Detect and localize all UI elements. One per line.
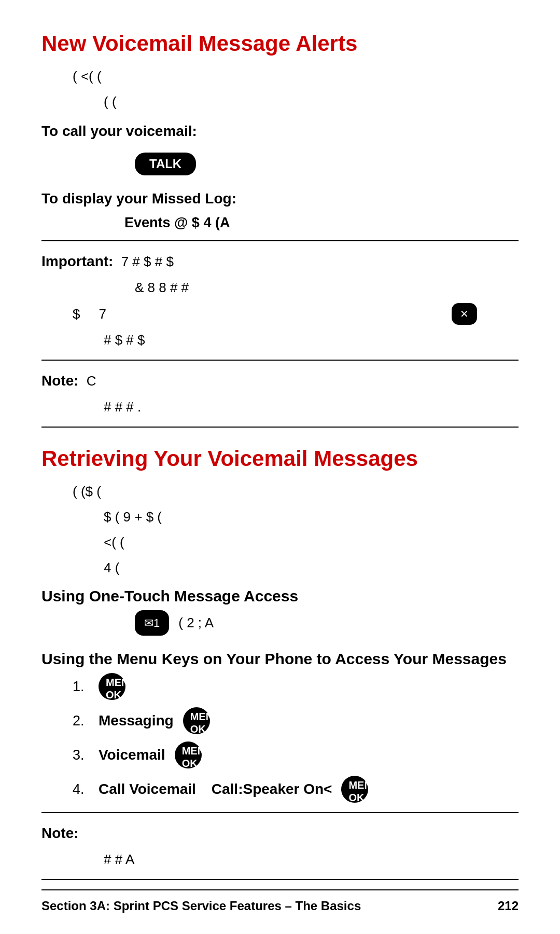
message-button[interactable]: ✉1 [135,610,169,636]
display-label: To display your Missed Log: [41,188,519,210]
menu-steps-list: 1. MENUOK 2. Messaging MENUOK 3. Voicema… [73,673,519,803]
menu-ok-button-4[interactable]: MENUOK [341,776,368,803]
note-body2-text: # # A [104,849,519,870]
call-label: To call your voicemail: [41,120,519,142]
section-2-title: Retrieving Your Voicemail Messages [41,446,519,471]
body-text-1: ( <( ( [73,66,519,87]
important-label: Important: 7 # $ # $ [41,251,519,272]
section-1: New Voicemail Message Alerts ( <( ( ( ( … [41,31,519,428]
note-block-2: Note: # # A [41,822,519,870]
retrieve-body3: <( ( [104,532,519,553]
retrieve-body4: 4 ( [104,558,519,578]
sub1-body: ✉1 ( 2 ; A [135,610,519,636]
list-item-4: 4. Call Voicemail Call:Speaker On< MENUO… [73,776,519,803]
section-2: Retrieving Your Voicemail Messages ( ($ … [41,446,519,880]
sub-heading-1: Using One-Touch Message Access [41,587,519,605]
important-body2: & 8 8 # # [135,278,519,298]
footer-page: 212 [498,899,519,913]
note-body-2: # # # . [104,397,519,417]
retrieve-body1: ( ($ ( [73,482,519,502]
page-footer: Section 3A: Sprint PCS Service Features … [41,889,519,913]
note-block-1: Note: C # # # . [41,370,519,417]
list-item-3: 3. Voicemail MENUOK [73,741,519,768]
important-body4: # $ # $ [104,330,519,350]
talk-button-container: TALK [41,147,519,181]
menu-ok-button-2[interactable]: MENUOK [183,707,210,734]
divider-5 [41,879,519,880]
list-item-1: 1. MENUOK [73,673,519,700]
menu-ok-button-1[interactable]: MENUOK [99,673,125,700]
retrieve-body2: $ ( 9 + $ ( [104,507,519,527]
section-1-title: New Voicemail Message Alerts [41,31,519,56]
events-row: Events @ $ 4 (A [124,215,519,231]
important-body3: $ 7 ✕ [73,303,519,325]
menu-ok-button-3[interactable]: MENUOK [175,741,202,768]
divider-3 [41,427,519,428]
body-text-2: ( ( [104,92,519,112]
list-item-2: 2. Messaging MENUOK [73,707,519,734]
backspace-button[interactable]: ✕ [452,303,477,325]
divider-1 [41,240,519,241]
divider-4 [41,812,519,813]
note-label-2: Note: [41,822,519,844]
sub-heading-2: Using the Menu Keys on Your Phone to Acc… [41,650,519,668]
divider-2 [41,360,519,361]
footer-left: Section 3A: Sprint PCS Service Features … [41,899,361,913]
talk-button[interactable]: TALK [135,153,196,175]
note-label-1: Note: C [41,370,519,392]
important-block: Important: 7 # $ # $ & 8 8 # # $ 7 ✕ # [41,251,519,350]
